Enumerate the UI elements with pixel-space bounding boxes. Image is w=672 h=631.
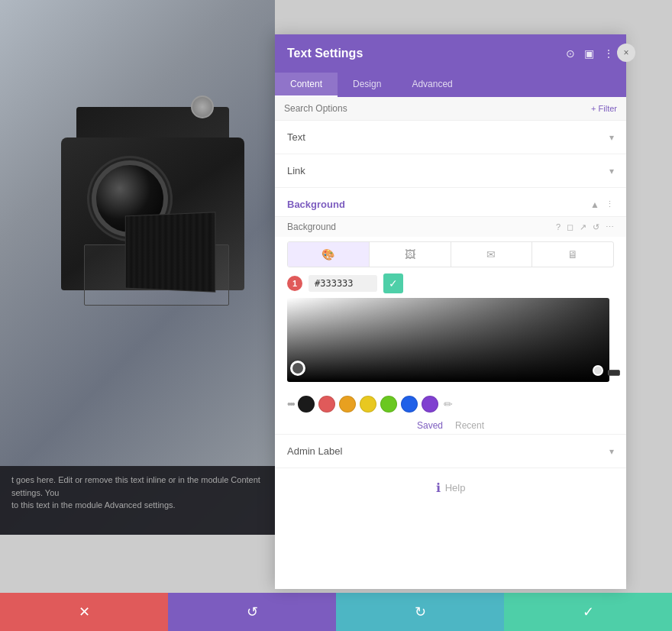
help-tooltip-icon[interactable]: ? (556, 222, 561, 231)
gradient-handle[interactable] (593, 365, 603, 376)
arrow-icon[interactable]: ↗ (580, 222, 586, 232)
link-section[interactable]: Link ▾ (275, 154, 626, 188)
swatch-yellow[interactable] (360, 396, 376, 413)
hex-row: 1 ✓ (287, 273, 614, 293)
color-confirm-button[interactable]: ✓ (383, 273, 403, 293)
panel-body: Text ▾ Link ▾ Background ▲ ⋮ Background … (275, 121, 626, 589)
tab-design[interactable]: Design (338, 73, 396, 97)
bg-type-gradient[interactable]: ✉ (451, 242, 533, 267)
background-section-controls: ▲ ⋮ (590, 199, 614, 210)
swatch-green[interactable] (380, 396, 397, 413)
swatch-black[interactable] (298, 396, 315, 413)
background-type-tabs: 🎨 🖼 ✉ 🖥 (287, 241, 614, 267)
swatch-orange[interactable] (339, 396, 356, 413)
saved-recent-row: Saved Recent (275, 417, 626, 434)
admin-label-section[interactable]: Admin Label ▾ (275, 434, 626, 468)
background-collapse-arrow[interactable]: ▲ (590, 199, 599, 210)
color-gradient-area[interactable] (287, 298, 609, 382)
camera-image (46, 92, 260, 359)
search-input[interactable] (284, 103, 437, 114)
background-controls-row: Background ? ◻ ↗ ↺ ⋯ (275, 217, 626, 237)
filter-button[interactable]: + Filter (591, 104, 617, 113)
help-text: Help (445, 482, 466, 493)
text-section-label: Text (287, 131, 305, 143)
link-section-arrow: ▾ (609, 166, 614, 176)
background-section-title: Background (287, 199, 345, 210)
cancel-button[interactable]: ✕ (0, 593, 168, 631)
settings-panel: × Text Settings ⊙ ▣ ⋮ Content Design Adv… (275, 34, 626, 589)
panel-close-button[interactable]: × (617, 44, 635, 62)
background-icons-group: ? ◻ ↗ ↺ ⋯ (556, 222, 614, 232)
edit-swatch-icon[interactable]: ✏ (444, 398, 453, 410)
focus-icon[interactable]: ⊙ (566, 47, 575, 60)
panel-header-icons: ⊙ ▣ ⋮ (566, 47, 614, 60)
color-gradient-hue-row (287, 298, 614, 385)
link-section-label: Link (287, 165, 305, 176)
more-options-icon[interactable]: ⋮ (603, 47, 614, 60)
help-row[interactable]: ℹ Help (275, 468, 626, 507)
hue-handle[interactable] (608, 370, 620, 376)
panel-tabs: Content Design Advanced (275, 73, 626, 97)
more-swatches-icon[interactable]: ••• (287, 398, 294, 410)
text-section[interactable]: Text ▾ (275, 121, 626, 154)
gradient-handle-left[interactable] (290, 361, 305, 376)
background-more-icon[interactable]: ⋮ (606, 199, 614, 209)
color-picker: 1 ✓ (287, 273, 614, 385)
admin-label-arrow: ▾ (609, 446, 614, 457)
hex-input[interactable] (309, 275, 377, 292)
none-icon[interactable]: ◻ (567, 222, 573, 232)
saved-link[interactable]: Saved (417, 420, 443, 431)
swatches-row: ••• ✏ (275, 391, 626, 417)
bg-type-image[interactable]: 🖼 (370, 242, 451, 267)
swatch-red[interactable] (318, 396, 335, 413)
redo-button[interactable]: ↻ (336, 593, 504, 631)
panel-title: Text Settings (287, 47, 363, 60)
color-badge: 1 (287, 276, 302, 291)
search-bar: + Filter (275, 97, 626, 121)
bg-type-video[interactable]: 🖥 (532, 242, 613, 267)
reset-icon[interactable]: ↺ (593, 222, 599, 232)
swatch-purple[interactable] (422, 396, 438, 413)
recent-link[interactable]: Recent (455, 420, 484, 431)
background-label: Background (287, 222, 336, 232)
background-photo (0, 0, 275, 535)
background-section-header: Background ▲ ⋮ (275, 188, 626, 217)
layout-icon[interactable]: ▣ (584, 47, 594, 60)
admin-label-text: Admin Label (287, 445, 342, 457)
tab-content[interactable]: Content (275, 73, 338, 97)
bottom-text-content: t goes here. Edit or remove this text in… (11, 474, 263, 512)
bottom-text-bar: t goes here. Edit or remove this text in… (0, 466, 275, 535)
action-bar: ✕ ↺ ↻ ✓ (0, 593, 672, 631)
tab-advanced[interactable]: Advanced (396, 73, 467, 97)
undo-button[interactable]: ↺ (168, 593, 336, 631)
save-button[interactable]: ✓ (504, 593, 672, 631)
panel-header: Text Settings ⊙ ▣ ⋮ (275, 34, 626, 73)
swatch-blue[interactable] (401, 396, 418, 413)
text-section-arrow: ▾ (609, 132, 614, 143)
options-icon[interactable]: ⋯ (606, 222, 614, 232)
bg-type-color[interactable]: 🎨 (288, 242, 370, 267)
help-icon: ℹ (436, 481, 441, 495)
